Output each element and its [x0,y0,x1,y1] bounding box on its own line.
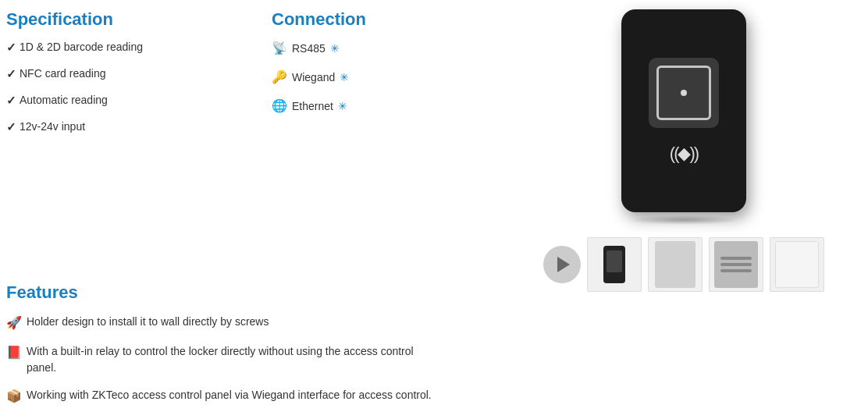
device-scanner [649,58,719,128]
key-icon: 🔑 [272,69,287,84]
asterisk-2: ✳ [340,71,349,83]
globe-icon: 🌐 [272,98,287,113]
check-icon-2: ✓ [6,67,16,81]
device-wrapper: ((◆)) [598,9,770,225]
feature-item-2: 📕 With a built-in relay to control the l… [6,343,443,376]
thumbnail-3[interactable] [709,237,763,292]
specification-section: Specification ✓ 1D & 2D barcode reading … [6,9,264,134]
play-icon [557,257,570,272]
zkteco-icon: 📦 [6,387,22,406]
connection-title: Connection [272,9,498,30]
asterisk-1: ✳ [330,42,340,55]
connection-section: Connection 📡 RS485 ✳ 🔑 Wiegand ✳ 🌐 Ether… [272,9,498,113]
conn-item-rs485: 📡 RS485 ✳ [272,41,498,55]
asterisk-3: ✳ [338,100,347,112]
feature-item-3: 📦 Working with ZKTeco access control pan… [6,387,443,406]
thumb-flat-icon [655,241,695,288]
antenna-icon: 📡 [272,41,287,55]
check-icon-3: ✓ [6,94,16,108]
device-shadow [629,215,738,225]
relay-icon: 📕 [6,343,22,362]
product-image-section: ((◆)) [506,9,862,292]
spec-item-3: ✓ Automatic reading [6,94,264,108]
device-body: ((◆)) [621,9,746,212]
feature-item-1: 🚀 Holder design to install it to wall di… [6,314,443,332]
features-title: Features [6,282,506,303]
thumbnails-row [543,237,824,292]
conn-item-wiegand: 🔑 Wiegand ✳ [272,69,498,84]
spec-item-2: ✓ NFC card reading [6,67,264,81]
features-section: Features 🚀 Holder design to install it t… [6,282,506,419]
thumb-device-mini-icon [603,246,625,283]
check-icon-1: ✓ [6,41,16,55]
conn-item-ethernet: 🌐 Ethernet ✳ [272,98,498,113]
spec-item-4: ✓ 12v-24v input [6,120,264,134]
specification-title: Specification [6,9,264,30]
play-button[interactable] [543,246,581,283]
thumbnail-1[interactable] [587,237,642,292]
thumb-panel-icon [714,241,758,288]
spec-item-1: ✓ 1D & 2D barcode reading [6,41,264,55]
thumb-white-icon [775,241,819,288]
thumbnail-2[interactable] [648,237,703,292]
nfc-symbol: ((◆)) [670,144,698,164]
thumbnail-4[interactable] [770,237,824,292]
check-icon-4: ✓ [6,120,16,134]
scanner-frame [656,66,711,120]
rocket-icon: 🚀 [6,314,22,332]
